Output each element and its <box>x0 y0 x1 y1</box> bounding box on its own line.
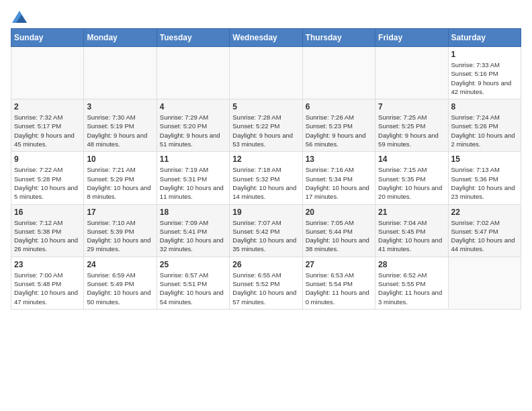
day-info: Sunrise: 7:30 AMSunset: 5:19 PMDaylight:… <box>87 113 153 148</box>
calendar-cell: 17Sunrise: 7:10 AMSunset: 5:39 PMDayligh… <box>84 204 157 257</box>
day-info: Sunrise: 7:28 AMSunset: 5:22 PMDaylight:… <box>232 113 299 148</box>
day-info: Sunrise: 7:16 AMSunset: 5:34 PMDaylight:… <box>306 165 372 201</box>
day-number: 17 <box>87 208 153 217</box>
calendar: SundayMondayTuesdayWednesdayThursdayFrid… <box>11 28 521 310</box>
calendar-cell: 14Sunrise: 7:15 AMSunset: 5:35 PMDayligh… <box>375 152 448 204</box>
day-info: Sunrise: 6:59 AMSunset: 5:49 PMDaylight:… <box>87 271 153 306</box>
calendar-cell: 18Sunrise: 7:09 AMSunset: 5:41 PMDayligh… <box>157 204 229 257</box>
calendar-cell <box>230 47 302 99</box>
calendar-cell: 7Sunrise: 7:25 AMSunset: 5:25 PMDaylight… <box>375 99 448 152</box>
calendar-cell: 8Sunrise: 7:24 AMSunset: 5:26 PMDaylight… <box>448 99 521 152</box>
calendar-cell: 24Sunrise: 6:59 AMSunset: 5:49 PMDayligh… <box>84 257 157 309</box>
day-info: Sunrise: 7:09 AMSunset: 5:41 PMDaylight:… <box>160 218 226 254</box>
calendar-cell <box>157 47 229 99</box>
day-info: Sunrise: 7:33 AMSunset: 5:16 PMDaylight:… <box>451 60 518 96</box>
calendar-cell: 21Sunrise: 7:04 AMSunset: 5:45 PMDayligh… <box>375 204 448 257</box>
day-number: 6 <box>306 102 372 111</box>
day-number: 27 <box>306 260 372 269</box>
day-number: 26 <box>232 260 299 269</box>
day-info: Sunrise: 7:07 AMSunset: 5:42 PMDaylight:… <box>232 218 299 254</box>
day-info: Sunrise: 6:52 AMSunset: 5:55 PMDaylight:… <box>378 271 445 306</box>
calendar-week-row: 23Sunrise: 7:00 AMSunset: 5:48 PMDayligh… <box>11 257 521 309</box>
calendar-cell: 9Sunrise: 7:22 AMSunset: 5:28 PMDaylight… <box>11 152 84 204</box>
day-number: 9 <box>14 154 81 164</box>
day-info: Sunrise: 7:26 AMSunset: 5:23 PMDaylight:… <box>306 113 372 148</box>
day-number: 15 <box>451 154 518 164</box>
calendar-cell: 28Sunrise: 6:52 AMSunset: 5:55 PMDayligh… <box>375 257 448 309</box>
day-info: Sunrise: 7:13 AMSunset: 5:36 PMDaylight:… <box>451 165 518 201</box>
day-info: Sunrise: 6:55 AMSunset: 5:52 PMDaylight:… <box>232 271 299 306</box>
calendar-cell <box>11 47 84 99</box>
day-number: 13 <box>306 154 372 164</box>
weekday-header-wednesday: Wednesday <box>230 29 302 47</box>
weekday-header-saturday: Saturday <box>448 29 521 47</box>
day-info: Sunrise: 6:57 AMSunset: 5:51 PMDaylight:… <box>160 271 226 306</box>
day-info: Sunrise: 7:00 AMSunset: 5:48 PMDaylight:… <box>14 271 81 306</box>
day-info: Sunrise: 7:29 AMSunset: 5:20 PMDaylight:… <box>160 113 226 148</box>
day-number: 7 <box>378 102 445 111</box>
calendar-week-row: 2Sunrise: 7:32 AMSunset: 5:17 PMDaylight… <box>11 99 521 152</box>
calendar-cell <box>375 47 448 99</box>
weekday-header-sunday: Sunday <box>11 29 84 47</box>
calendar-cell: 20Sunrise: 7:05 AMSunset: 5:44 PMDayligh… <box>302 204 375 257</box>
day-number: 10 <box>87 154 153 164</box>
day-info: Sunrise: 7:19 AMSunset: 5:31 PMDaylight:… <box>160 165 226 201</box>
day-number: 20 <box>306 208 372 217</box>
day-number: 19 <box>232 208 299 217</box>
calendar-cell: 2Sunrise: 7:32 AMSunset: 5:17 PMDaylight… <box>11 99 84 152</box>
day-info: Sunrise: 7:22 AMSunset: 5:28 PMDaylight:… <box>14 165 81 201</box>
day-number: 18 <box>160 208 226 217</box>
day-info: Sunrise: 7:32 AMSunset: 5:17 PMDaylight:… <box>14 113 81 148</box>
calendar-cell: 19Sunrise: 7:07 AMSunset: 5:42 PMDayligh… <box>230 204 302 257</box>
day-info: Sunrise: 7:12 AMSunset: 5:38 PMDaylight:… <box>14 218 81 254</box>
day-info: Sunrise: 7:05 AMSunset: 5:44 PMDaylight:… <box>306 218 372 254</box>
day-info: Sunrise: 7:18 AMSunset: 5:32 PMDaylight:… <box>232 165 299 201</box>
day-number: 21 <box>378 208 445 217</box>
day-number: 16 <box>14 208 81 217</box>
day-info: Sunrise: 7:25 AMSunset: 5:25 PMDaylight:… <box>378 113 445 148</box>
calendar-week-row: 9Sunrise: 7:22 AMSunset: 5:28 PMDaylight… <box>11 152 521 204</box>
logo <box>11 11 27 20</box>
calendar-cell: 23Sunrise: 7:00 AMSunset: 5:48 PMDayligh… <box>11 257 84 309</box>
calendar-cell: 26Sunrise: 6:55 AMSunset: 5:52 PMDayligh… <box>230 257 302 309</box>
weekday-header-thursday: Thursday <box>302 29 375 47</box>
day-number: 24 <box>87 260 153 269</box>
day-number: 14 <box>378 154 445 164</box>
day-number: 2 <box>14 102 81 111</box>
calendar-week-row: 1Sunrise: 7:33 AMSunset: 5:16 PMDaylight… <box>11 47 521 99</box>
calendar-cell: 6Sunrise: 7:26 AMSunset: 5:23 PMDaylight… <box>302 99 375 152</box>
day-info: Sunrise: 7:02 AMSunset: 5:47 PMDaylight:… <box>451 218 518 254</box>
calendar-cell: 5Sunrise: 7:28 AMSunset: 5:22 PMDaylight… <box>230 99 302 152</box>
calendar-cell: 10Sunrise: 7:21 AMSunset: 5:29 PMDayligh… <box>84 152 157 204</box>
calendar-cell: 11Sunrise: 7:19 AMSunset: 5:31 PMDayligh… <box>157 152 229 204</box>
day-number: 8 <box>451 102 518 111</box>
calendar-cell <box>448 257 521 309</box>
day-number: 22 <box>451 208 518 217</box>
calendar-cell: 25Sunrise: 6:57 AMSunset: 5:51 PMDayligh… <box>157 257 229 309</box>
day-number: 3 <box>87 102 153 111</box>
calendar-cell: 3Sunrise: 7:30 AMSunset: 5:19 PMDaylight… <box>84 99 157 152</box>
day-info: Sunrise: 7:15 AMSunset: 5:35 PMDaylight:… <box>378 165 445 201</box>
calendar-cell: 12Sunrise: 7:18 AMSunset: 5:32 PMDayligh… <box>230 152 302 204</box>
calendar-cell <box>84 47 157 99</box>
day-info: Sunrise: 7:21 AMSunset: 5:29 PMDaylight:… <box>87 165 153 201</box>
day-number: 28 <box>378 260 445 269</box>
calendar-cell: 4Sunrise: 7:29 AMSunset: 5:20 PMDaylight… <box>157 99 229 152</box>
weekday-header-friday: Friday <box>375 29 448 47</box>
page-header <box>11 11 521 20</box>
logo-icon <box>12 11 27 23</box>
day-number: 4 <box>160 102 226 111</box>
day-info: Sunrise: 7:04 AMSunset: 5:45 PMDaylight:… <box>378 218 445 254</box>
calendar-cell: 15Sunrise: 7:13 AMSunset: 5:36 PMDayligh… <box>448 152 521 204</box>
calendar-cell: 27Sunrise: 6:53 AMSunset: 5:54 PMDayligh… <box>302 257 375 309</box>
calendar-cell: 22Sunrise: 7:02 AMSunset: 5:47 PMDayligh… <box>448 204 521 257</box>
day-info: Sunrise: 6:53 AMSunset: 5:54 PMDaylight:… <box>306 271 372 306</box>
day-number: 23 <box>14 260 81 269</box>
calendar-cell <box>302 47 375 99</box>
day-info: Sunrise: 7:24 AMSunset: 5:26 PMDaylight:… <box>451 113 518 148</box>
day-number: 25 <box>160 260 226 269</box>
day-info: Sunrise: 7:10 AMSunset: 5:39 PMDaylight:… <box>87 218 153 254</box>
day-number: 11 <box>160 154 226 164</box>
day-number: 12 <box>232 154 299 164</box>
calendar-week-row: 16Sunrise: 7:12 AMSunset: 5:38 PMDayligh… <box>11 204 521 257</box>
